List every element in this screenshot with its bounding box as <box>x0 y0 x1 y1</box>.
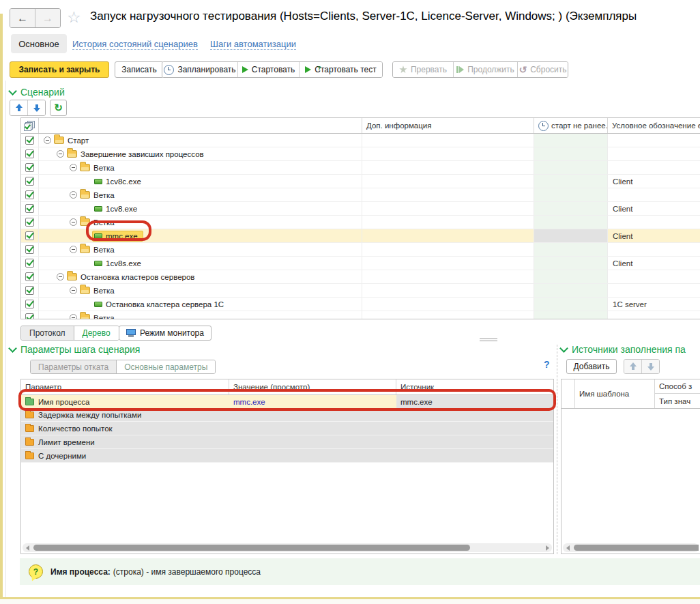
table-row-selected[interactable]: mmc.exe Client <box>21 229 700 243</box>
column-header-info[interactable]: Доп. информация <box>362 118 534 133</box>
collapse-icon[interactable] <box>44 136 51 144</box>
param-folder-icon <box>25 412 34 418</box>
interrupt-button[interactable]: Прервать <box>393 62 454 77</box>
resume-button[interactable]: Продолжить <box>454 62 518 77</box>
tab-scenario-history[interactable]: История состояний сценариев <box>72 39 198 50</box>
table-row[interactable]: Старт <box>21 134 700 147</box>
column-header-name[interactable] <box>39 118 362 133</box>
step-icon <box>94 302 102 307</box>
collapse-icon[interactable] <box>70 164 77 171</box>
scrollbar-thumb[interactable] <box>33 545 470 551</box>
save-button[interactable]: Записать <box>115 61 164 78</box>
save-and-close-button[interactable]: Записать и закрыть <box>10 61 109 78</box>
param-row[interactable]: Задержка между попытками <box>21 408 553 422</box>
table-row[interactable]: Ветка <box>21 216 700 229</box>
table-row[interactable]: Ветка <box>21 311 700 319</box>
tab-rollback-params[interactable]: Параметры отката <box>31 360 117 373</box>
forward-button[interactable] <box>35 9 60 27</box>
param-tabs: Параметры отката Основные параметры <box>30 360 216 374</box>
tab-automation-steps[interactable]: Шаги автоматизации <box>210 39 296 50</box>
checkbox[interactable] <box>25 231 34 240</box>
checkbox[interactable] <box>25 286 34 295</box>
move-down-button[interactable] <box>28 100 45 115</box>
tab-main[interactable]: Основное <box>11 34 67 53</box>
start-test-button[interactable]: ? Стартовать тест <box>300 62 382 77</box>
checkbox[interactable] <box>25 218 34 227</box>
move-up-button-disabled[interactable] <box>624 360 642 373</box>
scenario-section-header[interactable]: Сценарий <box>10 87 65 98</box>
sources-corner-cell <box>562 379 575 408</box>
param-row[interactable]: Лимит времени <box>21 435 553 449</box>
checkbox[interactable] <box>25 163 34 172</box>
column-header-value[interactable]: Значение (просмотр) <box>229 379 396 394</box>
collapse-icon[interactable] <box>70 191 77 199</box>
column-header-unit[interactable]: Условное обозначение ед <box>608 118 700 133</box>
scroll-right-arrow[interactable] <box>542 543 552 552</box>
move-up-button[interactable] <box>10 100 28 115</box>
param-row-selected[interactable]: Имя процесса mmc.exe mmc.exe <box>21 395 553 408</box>
param-source[interactable]: mmc.exe <box>396 395 553 408</box>
checkbox[interactable] <box>25 259 34 268</box>
table-row[interactable]: Завершение зависших процессов <box>21 147 700 161</box>
step-params-section-header[interactable]: Параметры шага сценария <box>10 344 140 355</box>
horizontal-scrollbar[interactable] <box>563 543 699 552</box>
table-row[interactable]: 1cv8.exe Client <box>21 202 700 216</box>
collapse-icon[interactable] <box>70 218 77 226</box>
column-header-source[interactable]: Источник <box>396 379 553 394</box>
panel-separator[interactable] <box>557 345 557 554</box>
checkbox[interactable] <box>25 300 34 308</box>
checkbox[interactable] <box>25 313 34 319</box>
favorite-star-icon[interactable] <box>67 8 81 27</box>
selected-cell-highlight[interactable]: mmc.exe <box>92 231 143 242</box>
checkbox[interactable] <box>25 245 34 254</box>
horizontal-scrollbar[interactable] <box>23 543 552 552</box>
scroll-left-arrow[interactable] <box>563 543 572 552</box>
table-row[interactable]: Ветка <box>21 284 700 298</box>
start-button[interactable]: Стартовать <box>238 62 300 77</box>
help-icon[interactable] <box>544 359 550 370</box>
add-button[interactable]: Добавить <box>566 359 617 374</box>
table-row[interactable]: 1cv8s.exe Client <box>21 257 700 270</box>
checkbox[interactable] <box>25 136 34 145</box>
param-row[interactable]: С дочерними <box>21 449 553 463</box>
refresh-button[interactable] <box>50 100 67 116</box>
splitter-grip[interactable] <box>480 339 497 342</box>
column-header-param[interactable]: Параметр <box>21 379 229 394</box>
collapse-icon[interactable] <box>70 246 77 253</box>
back-button[interactable] <box>10 9 35 27</box>
tab-main-params[interactable]: Основные параметры <box>117 360 215 373</box>
column-header-method[interactable]: Способ з <box>655 379 700 394</box>
collapse-icon[interactable] <box>57 273 64 281</box>
scrollbar-thumb[interactable] <box>574 545 699 551</box>
schedule-button[interactable]: Запланировать <box>162 62 238 77</box>
window-frame-outside <box>0 599 700 604</box>
collapse-icon[interactable] <box>70 287 77 294</box>
sources-section-header[interactable]: Источники заполнения па <box>561 344 686 355</box>
scroll-left-arrow[interactable] <box>23 543 32 552</box>
checkbox[interactable] <box>25 149 34 158</box>
tab-protocol[interactable]: Протокол <box>21 326 74 340</box>
move-down-button-disabled[interactable] <box>642 360 659 373</box>
table-row[interactable]: 1cv8c.exe Client <box>21 175 700 188</box>
table-row[interactable]: Ветка <box>21 161 700 175</box>
select-all-header[interactable] <box>21 118 39 133</box>
collapse-icon[interactable] <box>57 150 64 158</box>
param-value[interactable]: mmc.exe <box>229 395 396 408</box>
table-row[interactable]: Ветка <box>21 188 700 202</box>
collapse-icon[interactable] <box>70 314 77 319</box>
column-header-start[interactable]: старт не ранее... <box>534 118 608 133</box>
checkbox[interactable] <box>25 272 34 281</box>
checkbox[interactable] <box>25 204 34 213</box>
reset-button[interactable]: Сбросить <box>518 62 568 77</box>
monitor-mode-button[interactable]: Режим монитора <box>119 326 212 341</box>
checkbox[interactable] <box>25 177 34 186</box>
checkbox[interactable] <box>25 190 34 199</box>
column-header-value-type[interactable]: Тип знач <box>655 394 700 408</box>
param-row[interactable]: Количество попыток <box>21 422 553 435</box>
folder-icon <box>80 314 90 319</box>
table-row[interactable]: Остановка кластера сервера 1С 1C server <box>21 298 700 311</box>
table-row[interactable]: Ветка <box>21 243 700 257</box>
column-header-template-name[interactable]: Имя шаблона <box>575 379 655 408</box>
table-row[interactable]: Остановка кластеров серверов <box>21 270 700 284</box>
tab-tree[interactable]: Дерево <box>74 326 119 340</box>
